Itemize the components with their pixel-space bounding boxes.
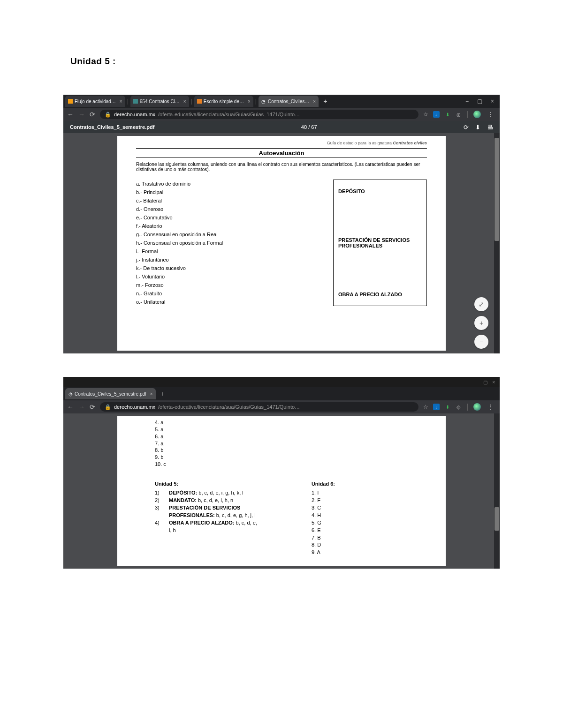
- answer-row: 2. F: [312, 497, 418, 504]
- forward-button[interactable]: →: [78, 403, 85, 411]
- answer-row: i, h: [155, 527, 293, 534]
- download-extension-icon[interactable]: ⬇: [444, 404, 451, 410]
- characteristics-list: a. Traslativo de dominio b.- Principal c…: [136, 180, 324, 306]
- tab-0[interactable]: Flujo de actividad… ×: [65, 96, 125, 107]
- globe-icon: ◔: [261, 99, 266, 104]
- unit6-answers: Unidad 6: 1. I 2. F 3. C 4. H 5. G 6. E …: [312, 481, 418, 556]
- reload-button[interactable]: ⟳: [90, 111, 95, 118]
- bookmark-icon[interactable]: ☆: [423, 111, 428, 118]
- box-item: DEPÓSITO: [338, 187, 422, 196]
- unit5-title: Unidad 5:: [155, 481, 293, 487]
- list-item: d.- Oneroso: [136, 205, 324, 213]
- minimize-button[interactable]: −: [462, 98, 472, 105]
- answer-row: 4. a: [155, 419, 418, 426]
- close-icon[interactable]: ×: [311, 99, 316, 104]
- target-extension-icon[interactable]: ◎: [456, 111, 462, 118]
- document-page: Guía de estudio para la asignatura Contr…: [117, 136, 446, 351]
- close-icon[interactable]: ×: [182, 99, 186, 104]
- url-field[interactable]: 🔒 derecho.unam.mx /oferta-educativa/lice…: [100, 402, 418, 412]
- page-title: Unidad 5 :: [0, 0, 563, 85]
- pdf-float-controls: ⤢ + −: [474, 297, 488, 349]
- list-item: f.- Aleatorio: [136, 222, 324, 230]
- answer-row: 4. H: [312, 512, 418, 519]
- maximize-button[interactable]: ▢: [473, 98, 486, 105]
- favicon-icon: [68, 99, 73, 104]
- address-bar: ← → ⟳ 🔒 derecho.unam.mx /oferta-educativ…: [63, 400, 500, 413]
- zoom-out-button[interactable]: −: [474, 335, 488, 349]
- tab-separator: |: [254, 98, 258, 105]
- close-icon[interactable]: ×: [246, 99, 251, 104]
- profile-avatar[interactable]: [473, 403, 481, 411]
- url-path: /oferta-educativa/licenciatura/sua/Guias…: [158, 404, 300, 410]
- pdf-viewport[interactable]: Guía de estudio para la asignatura Contr…: [63, 133, 500, 353]
- zoom-in-button[interactable]: +: [474, 316, 488, 330]
- tab-label: Contratos_Civiles…: [268, 99, 309, 104]
- answer-row: 1)DEPÓSITO: b, c, d, e, i, g, h, k, l: [155, 489, 293, 497]
- maximize-button[interactable]: ▢: [483, 380, 487, 385]
- answer-row: 9. b: [155, 454, 418, 461]
- prev-unit-answers: 4. a 5. a 6. a 7. a 8. b 9. b 10. c: [155, 419, 418, 468]
- list-item: h.- Consensual en oposición a Formal: [136, 239, 324, 247]
- close-button[interactable]: ×: [487, 98, 498, 105]
- print-icon[interactable]: 🖶: [487, 124, 493, 131]
- bookmark-icon[interactable]: ☆: [423, 404, 428, 410]
- new-tab-button[interactable]: +: [157, 390, 168, 398]
- window-title-bar: ▢ ×: [63, 377, 500, 387]
- close-icon[interactable]: ×: [148, 391, 153, 397]
- answer-row: 6. a: [155, 433, 418, 440]
- list-item: i.- Formal: [136, 247, 324, 255]
- list-item: o.- Unilateral: [136, 298, 324, 306]
- doc-instructions: Relacione las siguientes columnas, unien…: [136, 162, 427, 172]
- answer-row: 1. I: [312, 489, 418, 497]
- document-page: 4. a 5. a 6. a 7. a 8. b 9. b 10. c Unid…: [117, 416, 446, 566]
- close-icon[interactable]: ×: [118, 99, 122, 104]
- lock-icon: 🔒: [105, 404, 111, 410]
- list-item: n.- Gratuito: [136, 289, 324, 298]
- list-item: m.- Forzoso: [136, 281, 324, 289]
- reload-button[interactable]: ⟳: [90, 403, 95, 411]
- answer-row: 5. a: [155, 426, 418, 433]
- list-item: k.- De tracto sucesivo: [136, 264, 324, 272]
- answer-row: 10. c: [155, 461, 418, 468]
- rotate-icon[interactable]: ⟳: [464, 124, 469, 131]
- tab-separator: |: [190, 98, 193, 105]
- new-tab-button[interactable]: +: [320, 98, 331, 105]
- answer-row: 7. a: [155, 440, 418, 447]
- pdf-viewport[interactable]: 4. a 5. a 6. a 7. a 8. b 9. b 10. c Unid…: [63, 413, 500, 569]
- fit-page-button[interactable]: ⤢: [474, 297, 488, 311]
- url-field[interactable]: 🔒 derecho.unam.mx /oferta-educativa/lice…: [100, 110, 418, 119]
- scrollbar[interactable]: [494, 133, 500, 353]
- tab-1[interactable]: 654 Contratos Ci… ×: [130, 96, 189, 107]
- list-item: e.- Conmutativo: [136, 213, 324, 222]
- idm-extension-icon[interactable]: ↓: [433, 111, 440, 118]
- pdf-filename: Contratos_Civiles_5_semestre.pdf: [70, 124, 154, 130]
- tab-0[interactable]: ◔ Contratos_Civiles_5_semestre.pdf ×: [65, 388, 156, 399]
- answer-row: 3. C: [312, 504, 418, 512]
- url-domain: derecho.unam.mx: [114, 112, 155, 117]
- unit6-title: Unidad 6:: [312, 481, 418, 487]
- forward-button[interactable]: →: [78, 111, 85, 118]
- close-button[interactable]: ×: [492, 380, 495, 385]
- back-button[interactable]: ←: [67, 403, 74, 411]
- answer-row: 4)OBRA A PRECIO ALZADO: b, c, d, e,: [155, 519, 293, 527]
- tab-2[interactable]: Escrito simple de… ×: [194, 96, 253, 107]
- profile-avatar[interactable]: [473, 111, 481, 118]
- menu-button[interactable]: ⋮: [486, 111, 496, 118]
- download-extension-icon[interactable]: ⬇: [444, 111, 451, 118]
- menu-button[interactable]: ⋮: [486, 403, 496, 411]
- scrollbar[interactable]: [494, 413, 500, 569]
- back-button[interactable]: ←: [67, 111, 74, 118]
- answer-row: 3)PRESTACIÓN DE SERVICIOS: [155, 504, 293, 512]
- doc-header: Guía de estudio para la asignatura Contr…: [136, 141, 427, 148]
- box-item: OBRA A PRECIO ALZADO: [338, 290, 422, 299]
- download-icon[interactable]: ⬇: [475, 124, 480, 131]
- target-extension-icon[interactable]: ◎: [456, 404, 462, 410]
- idm-extension-icon[interactable]: ↓: [433, 404, 440, 410]
- url-domain: derecho.unam.mx: [114, 404, 155, 410]
- tab-3[interactable]: ◔ Contratos_Civiles… ×: [259, 96, 319, 107]
- answer-row: 5. G: [312, 519, 418, 527]
- tab-strip: ◔ Contratos_Civiles_5_semestre.pdf × +: [63, 387, 500, 400]
- pdf-toolbar: Contratos_Civiles_5_semestre.pdf 40 / 67…: [63, 121, 500, 133]
- answer-row: 9. A: [312, 549, 418, 556]
- answer-row: 6. E: [312, 527, 418, 534]
